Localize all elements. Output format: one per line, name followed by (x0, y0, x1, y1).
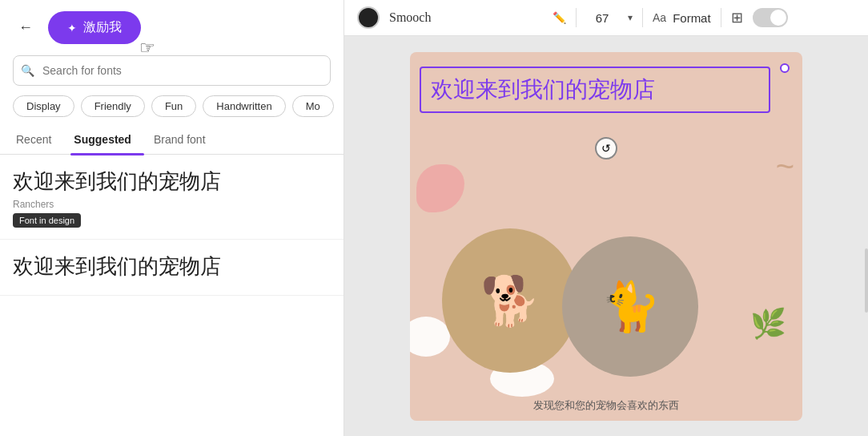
cat-placeholder: 🐈 (562, 236, 698, 377)
tab-recent[interactable]: Recent (13, 127, 64, 154)
white-blob-left (410, 317, 450, 357)
search-icon: 🔍 (21, 64, 34, 77)
filter-tag-fun[interactable]: Fun (151, 95, 196, 117)
filter-tag-more[interactable]: Mo (292, 95, 334, 117)
toolbar: ✏️ ▾ Aa Format ⊞ (344, 0, 868, 36)
chevron-down-icon[interactable]: ▾ (628, 12, 633, 23)
font-in-design-badge: Font in design (13, 213, 81, 228)
format-icon: Aa (653, 11, 666, 24)
format-section[interactable]: Aa Format (653, 11, 711, 25)
tab-suggested[interactable]: Suggested (70, 127, 144, 154)
filter-tag-friendly[interactable]: Friendly (81, 95, 145, 117)
filter-tags: Display Friendly Fun Handwritten Mo (0, 95, 344, 127)
squiggle-decoration: ~ (776, 148, 794, 184)
dog-placeholder: 🐕 (442, 228, 578, 373)
pink-blob-decoration (416, 164, 464, 212)
left-panel: ← 激励我 ☞ 🔍 Display Friendly Fun Handwritt… (0, 0, 344, 436)
tabs-row: Recent Suggested Brand font (0, 127, 344, 155)
design-canvas: 欢迎来到我们的宠物店 ↺ ~ 🌿 🐕 🐈 发现您和您的宠物会喜欢的东西 (410, 52, 802, 421)
font-preview-second: 欢迎来到我们的宠物店 (13, 254, 331, 279)
toggle-switch[interactable] (753, 8, 788, 27)
font-name-ranchers: Ranchers (13, 199, 331, 210)
top-bar: ← 激励我 ☞ (0, 0, 344, 55)
search-input[interactable] (13, 55, 331, 86)
cat-photo: 🐈 (562, 236, 698, 377)
tab-brand-font[interactable]: Brand font (151, 127, 219, 154)
font-preview-ranchers: 欢迎来到我们的宠物店 (13, 169, 331, 194)
corner-handle (780, 63, 790, 73)
edit-icon[interactable]: ✏️ (553, 11, 566, 24)
font-item-second[interactable]: 欢迎来到我们的宠物店 (0, 240, 344, 296)
divider-3 (721, 8, 721, 27)
format-label: Format (673, 11, 711, 25)
filter-tag-handwritten[interactable]: Handwritten (203, 95, 285, 117)
grid-icon[interactable]: ⊞ (731, 9, 743, 26)
right-panel: ✏️ ▾ Aa Format ⊞ 欢迎来到我们的宠物店 ↺ ~ 🌿 🐕 (344, 0, 868, 436)
inspire-button[interactable]: 激励我 ☞ (48, 11, 141, 44)
back-button[interactable]: ← (13, 15, 38, 41)
canvas-subtitle: 发现您和您的宠物会喜欢的东西 (410, 398, 802, 413)
color-picker[interactable] (357, 6, 380, 29)
inspire-button-label: 激励我 (83, 19, 122, 36)
canvas-title[interactable]: 欢迎来到我们的宠物店 (420, 67, 770, 113)
font-item-ranchers[interactable]: 欢迎来到我们的宠物店 Ranchers Font in design (0, 155, 344, 240)
divider-1 (576, 8, 577, 27)
filter-tag-display[interactable]: Display (13, 95, 74, 117)
font-list: 欢迎来到我们的宠物店 Ranchers Font in design 欢迎来到我… (0, 155, 344, 436)
leaf-decoration: 🌿 (750, 307, 786, 341)
back-arrow-icon: ← (18, 19, 33, 36)
font-size-field[interactable] (586, 11, 618, 25)
font-name-field[interactable] (389, 10, 543, 25)
dog-photo: 🐕 (442, 228, 578, 373)
divider-2 (642, 8, 643, 27)
canvas-area: 欢迎来到我们的宠物店 ↺ ~ 🌿 🐕 🐈 发现您和您的宠物会喜欢的东西 (344, 36, 868, 436)
rotate-handle[interactable]: ↺ (595, 137, 617, 159)
search-bar: 🔍 (13, 55, 331, 86)
